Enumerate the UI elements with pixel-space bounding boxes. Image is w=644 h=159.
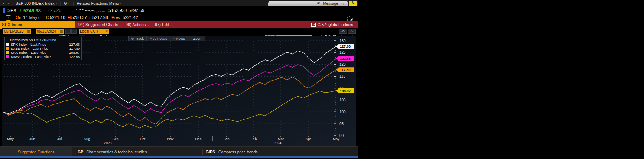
last-price-badge-value: 127.66 xyxy=(340,44,351,48)
alert-button[interactable]: !▾ xyxy=(349,1,357,6)
background-window-titlebar[interactable]: ✉ Message ⇆ xyxy=(268,1,348,6)
undo-button[interactable]: ↶ xyxy=(339,29,347,34)
x-axis-label: Dec xyxy=(195,137,202,141)
chevron-down-icon: ▾ xyxy=(68,1,70,5)
year-label: 2024 xyxy=(273,141,281,145)
quote-row: SPX ↑ 5246.68 +25.26 5162.93 / 5292.69 xyxy=(0,6,358,14)
last-price-badge xyxy=(336,88,354,93)
annotate-button[interactable]: ✎Annotate xyxy=(147,36,170,41)
suggested-functions-label: Suggested Functions xyxy=(0,147,72,156)
shortcut-code-gp[interactable]: GP xyxy=(78,150,83,154)
x-axis-label: Feb xyxy=(251,137,257,141)
legend-swatch xyxy=(6,43,9,46)
pencil-icon: ✎ xyxy=(320,35,323,39)
y-axis-label: 110 xyxy=(339,86,345,90)
grab-screen-icon[interactable] xyxy=(347,16,355,23)
track-button[interactable]: ⊕Track xyxy=(129,36,147,41)
legend-item[interactable]: SPX Index - Last Price127.66 xyxy=(6,42,80,46)
prev-label: Prev xyxy=(111,15,120,20)
bar-chart-style-icon[interactable]: ▾ xyxy=(87,35,93,39)
calendar-icon[interactable]: ▦ xyxy=(26,29,31,34)
legend-label: MXWO Index - Last Price xyxy=(11,55,51,59)
session-row: ◔ On 14-May d O 5221.10 H 5250.37 L 5217… xyxy=(0,14,358,21)
shortcut-desc-gp[interactable]: Chart securities & technical studies xyxy=(86,150,147,154)
legend-item[interactable]: SX5E Index - Last Price117.80 xyxy=(6,46,80,51)
x-axis-label: May xyxy=(333,137,339,141)
message-label[interactable]: Message xyxy=(323,1,338,6)
y-axis-label: 115 xyxy=(339,74,345,78)
chevron-down-icon: ▾ xyxy=(91,36,93,39)
back-icon[interactable]: ‹ xyxy=(3,1,4,6)
suggested-charts-menu[interactable]: 94) Suggested Charts ▾ xyxy=(78,21,122,28)
series-line-MXWO xyxy=(3,58,336,114)
chevron-down-icon: ▾ xyxy=(353,3,354,5)
table-button[interactable]: Table xyxy=(100,35,109,39)
y-axis-label: 100 xyxy=(339,110,346,114)
prev-value: 5221.42 xyxy=(123,15,138,20)
actions-menu[interactable]: 96) Actions ▾ xyxy=(126,21,150,28)
x-axis-label: Jul xyxy=(57,137,62,141)
x-axis-label: Oct xyxy=(140,137,146,141)
zoom-button[interactable]: ⌕Zoom xyxy=(188,36,205,41)
year-label: 2023 xyxy=(104,141,111,145)
calendar-icon[interactable]: ▦ xyxy=(59,29,64,34)
legend-value: 108.97 xyxy=(69,51,80,55)
function-bar: SPX Index 94) Suggested Charts ▾ 96) Act… xyxy=(0,21,358,28)
y-axis-label: 120 xyxy=(339,62,346,66)
legend-value: 117.80 xyxy=(69,46,80,51)
d-label: d xyxy=(38,15,40,20)
legend-label: SX5E Index - Last Price xyxy=(11,46,48,51)
shortcut-code-gips[interactable]: GIPS xyxy=(206,150,215,154)
legend-swatch xyxy=(6,47,9,50)
next-range-button[interactable]: › xyxy=(71,29,77,34)
divider: | xyxy=(12,1,13,6)
g-menu[interactable]: G xyxy=(64,1,67,6)
legend-label: SPX Index - Last Price xyxy=(11,42,46,46)
last-price-badge xyxy=(336,67,354,72)
day-range: 5162.93 / 5292.69 xyxy=(108,8,144,13)
shortcut-desc-gips[interactable]: Compress price trends xyxy=(218,150,258,154)
prev-range-button[interactable]: ‹ xyxy=(65,29,71,34)
open-label: O xyxy=(46,15,49,20)
y-axis-label: 105 xyxy=(339,98,346,102)
gear-icon[interactable]: ⚙ xyxy=(351,35,354,39)
news-button[interactable]: ≡News xyxy=(170,36,188,41)
legend-item[interactable]: UKX Index - Last Price108.97 xyxy=(6,51,80,55)
collapse-panel-icon[interactable]: « xyxy=(314,35,316,39)
price-change: +25.26 xyxy=(48,8,61,13)
series-line-SX5E xyxy=(3,70,336,124)
ticker-color-chip xyxy=(3,8,5,13)
edit-chart-button[interactable]: ✎ Edit Chart xyxy=(320,35,342,39)
forward-icon[interactable]: › xyxy=(7,1,9,6)
date-from-input[interactable]: 05/16/2023 xyxy=(3,29,28,34)
date-to-input[interactable]: 05/15/2024 xyxy=(36,29,61,34)
chart-options-icon[interactable]: ▤ xyxy=(344,35,348,39)
ticker: SPX xyxy=(7,8,16,13)
edit-menu[interactable]: 97) Edit ▾ xyxy=(155,21,173,28)
related-functions-menu[interactable]: Related Functions Menu xyxy=(77,1,119,6)
security-input[interactable]: SPX Index xyxy=(0,21,75,28)
x-axis-label: Jun xyxy=(29,137,35,141)
legend-item[interactable]: MXWO Index - Last Price122.58 xyxy=(6,55,80,59)
y-axis-label: 90 xyxy=(339,134,344,138)
x-axis-label: Mar xyxy=(278,137,284,141)
high-label: H xyxy=(68,15,71,20)
currency-caret[interactable]: ▾ xyxy=(104,29,109,34)
date-range-row: 05/16/2023 ▦ - 05/15/2024 ▦ ‹ › Local CC… xyxy=(0,29,358,35)
on-label: On xyxy=(16,15,21,20)
y-axis-label: 125 xyxy=(339,51,346,55)
last-price-badge-value: 122.58 xyxy=(340,56,351,61)
annotate-icon: ✎ xyxy=(149,37,152,40)
y-axis-label: 95 xyxy=(339,122,344,126)
footer-accent-line xyxy=(0,156,358,158)
security-title-menu[interactable]: S&P 500 INDEX Index xyxy=(16,1,55,6)
divider: | xyxy=(73,1,74,6)
intraday-sparkline xyxy=(76,7,106,13)
low-label: L xyxy=(89,15,91,20)
redo-button[interactable]: ↷ xyxy=(348,29,356,34)
currency-select[interactable]: Local CCY xyxy=(79,29,105,34)
gauge-icon: ◔ xyxy=(6,15,11,21)
chevron-down-icon: ▾ xyxy=(120,23,122,27)
export-icon: ↗ xyxy=(311,23,316,27)
add-data-input[interactable]: Add Data xyxy=(265,35,312,39)
